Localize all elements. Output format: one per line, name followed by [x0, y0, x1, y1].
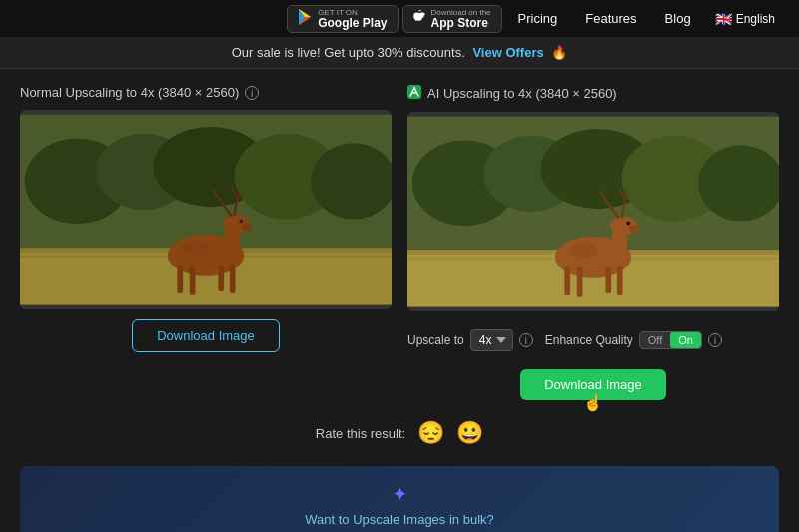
left-panel: Normal Upscaling to 4x (3840 × 2560) i — [20, 85, 392, 400]
google-play-icon — [298, 9, 312, 28]
language-selector[interactable]: 🇬🇧 English — [707, 11, 783, 27]
right-deer-image — [407, 112, 779, 311]
main-content: Normal Upscaling to 4x (3840 × 2560) i — [0, 69, 799, 532]
features-link[interactable]: Features — [573, 0, 648, 37]
cursor-hand-icon: ☝ — [583, 393, 603, 412]
enhance-toggle[interactable]: Off On — [639, 331, 702, 349]
svg-rect-42 — [577, 266, 583, 297]
blog-link[interactable]: Blog — [653, 0, 703, 37]
flag-icon: 🇬🇧 — [715, 11, 732, 27]
left-panel-title-text: Normal Upscaling to 4x (3840 × 2560) — [20, 85, 239, 100]
svg-rect-17 — [230, 265, 236, 293]
left-info-icon[interactable]: i — [245, 86, 259, 100]
svg-rect-41 — [564, 266, 570, 295]
svg-point-48 — [626, 222, 630, 226]
rating-section: Rate this result: 😔 😀 — [20, 420, 779, 446]
upscale-label: Upscale to — [407, 333, 464, 347]
right-download-area: Download Image ☝ — [407, 369, 779, 400]
right-download-label: Download Image — [544, 377, 642, 392]
svg-point-21 — [239, 220, 243, 224]
upscale-select[interactable]: 4x 2x 1x — [470, 329, 513, 351]
enhance-label: Enhance Quality — [545, 333, 633, 347]
panels-container: Normal Upscaling to 4x (3840 × 2560) i — [20, 85, 779, 400]
pricing-link[interactable]: Pricing — [506, 0, 570, 37]
svg-point-29 — [182, 241, 211, 256]
right-image-container — [407, 112, 779, 311]
right-panel-title-text: AI Upscaling to 4x (3840 × 2560) — [427, 86, 617, 101]
app-store-button[interactable]: Download on the App Store — [402, 5, 502, 33]
svg-rect-43 — [605, 266, 611, 293]
language-label: English — [736, 12, 775, 26]
apple-icon — [413, 10, 425, 27]
svg-point-56 — [569, 243, 598, 258]
fire-emoji: 🔥 — [551, 45, 567, 60]
bulk-upscale-banner[interactable]: ✦ Want to Upscale Images in bulk? — [20, 466, 779, 532]
svg-point-47 — [629, 225, 639, 233]
app-store-main-label: App Store — [431, 17, 491, 29]
left-download-area: Download Image — [20, 319, 392, 352]
right-panel-title: AI Upscaling to 4x (3840 × 2560) — [407, 85, 779, 102]
app-store-labels: Download on the App Store — [431, 9, 491, 29]
bulk-icon: ✦ — [36, 482, 763, 506]
toggle-off-label[interactable]: Off — [640, 332, 670, 348]
happy-rating-button[interactable]: 😀 — [456, 420, 483, 446]
toggle-on-label[interactable]: On — [670, 332, 701, 348]
google-play-main-label: Google Play — [318, 17, 387, 29]
google-play-button[interactable]: GET IT ON Google Play — [287, 5, 398, 33]
rating-label: Rate this result: — [316, 426, 405, 441]
navbar: GET IT ON Google Play Download on the Ap… — [0, 0, 799, 37]
svg-rect-15 — [190, 265, 196, 295]
left-panel-title: Normal Upscaling to 4x (3840 × 2560) i — [20, 85, 392, 100]
left-download-button[interactable]: Download Image — [132, 319, 280, 352]
right-download-button[interactable]: Download Image ☝ — [520, 369, 666, 400]
left-image-container — [20, 110, 392, 309]
left-deer-image — [20, 110, 392, 309]
bulk-label: Want to Upscale Images in bulk? — [36, 512, 763, 527]
svg-rect-44 — [617, 266, 623, 295]
google-play-labels: GET IT ON Google Play — [318, 9, 387, 29]
right-panel: AI Upscaling to 4x (3840 × 2560) — [407, 85, 779, 400]
ai-upscale-icon — [407, 85, 421, 102]
sad-rating-button[interactable]: 😔 — [417, 420, 444, 446]
view-offers-link[interactable]: View Offers — [472, 45, 543, 60]
svg-rect-14 — [177, 265, 183, 293]
enhance-quality-group: Enhance Quality Off On i — [545, 331, 722, 349]
svg-point-20 — [242, 223, 252, 231]
upscale-control-group: Upscale to 4x 2x 1x i — [407, 329, 533, 351]
sale-text: Our sale is live! Get upto 30% discounts… — [232, 45, 465, 60]
sale-banner: Our sale is live! Get upto 30% discounts… — [0, 37, 799, 69]
svg-rect-16 — [218, 265, 224, 291]
right-panel-controls: Upscale to 4x 2x 1x i Enhance Quality Of… — [407, 321, 779, 359]
enhance-info-icon[interactable]: i — [708, 333, 722, 347]
upscale-info-icon[interactable]: i — [519, 333, 533, 347]
